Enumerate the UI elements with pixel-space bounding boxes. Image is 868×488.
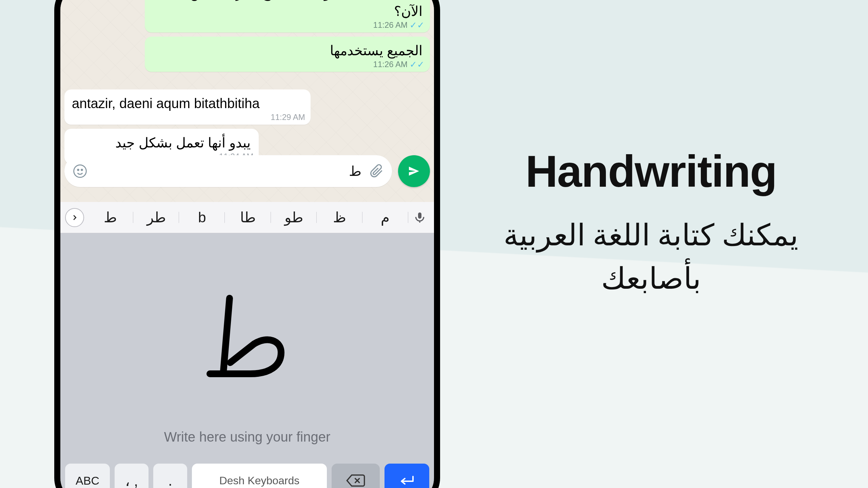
candidate[interactable]: طا [225,206,271,229]
send-button[interactable] [398,155,430,187]
message-input-value: ط [94,163,363,179]
handwriting-area[interactable]: Write here using your finger [60,233,434,458]
message-time: 11:29 AM [271,112,305,123]
message-time: 11:26 AM ✓✓ [373,59,425,70]
message-incoming: antazir, daeni aqum bitathbitiha 11:29 A… [64,89,311,125]
candidate[interactable]: b [179,206,225,229]
backspace-key[interactable] [332,464,380,488]
candidate[interactable]: طو [271,206,317,229]
compose-row: ط [64,155,430,187]
emoji-icon[interactable] [72,163,88,179]
svg-point-2 [81,169,83,171]
message-outgoing: الجميع يستخدمها 11:26 AM ✓✓ [145,37,430,72]
marketing-title: Handwriting [475,146,827,197]
read-ticks-icon: ✓✓ [410,21,425,29]
mic-icon[interactable] [410,211,429,224]
svg-point-1 [78,169,79,171]
handwriting-hint: Write here using your finger [164,429,331,445]
backspace-icon [346,474,365,487]
chat-background: هلا قمت بتثبيت لوحة المفاتيح العربية ديش… [60,0,434,203]
enter-icon [398,474,416,487]
message-text: هلا قمت بتثبيت لوحة المفاتيح العربية ديش… [163,0,422,19]
candidate[interactable]: ط [87,206,133,229]
message-time: 11:26 AM ✓✓ [373,20,425,30]
phone-frame: هلا قمت بتثبيت لوحة المفاتيح العربية ديش… [54,0,440,488]
candidate-bar: ط طر b طا طو ظ م [60,202,434,233]
message-text: يبدو أنها تعمل بشكل جيد [115,135,251,150]
message-outgoing: هلا قمت بتثبيت لوحة المفاتيح العربية ديش… [145,0,430,33]
candidate[interactable]: ظ [317,206,362,229]
expand-candidates-button[interactable] [65,208,84,227]
candidate[interactable]: طر [133,206,179,229]
handwritten-stroke [203,293,291,385]
page: هلا قمت بتثبيت لوحة المفاتيح العربية ديش… [0,0,868,488]
switch-abc-key[interactable]: ABC [65,464,110,488]
period-key[interactable]: . [153,464,187,488]
attach-icon[interactable] [368,163,384,179]
message-text: الجميع يستخدمها [330,43,422,58]
enter-key[interactable] [384,464,429,488]
svg-point-0 [74,165,86,178]
comma-key[interactable]: ، , [115,464,149,488]
keyboard-bottom-row: ABC ، , . Desh Keyboards [60,462,434,488]
message-input[interactable]: ط [64,155,392,187]
marketing-subtitle: يمكنك كتابة اللغة العربية بأصابعك [475,214,827,300]
marketing-panel: Handwriting يمكنك كتابة اللغة العربية بأ… [475,146,827,300]
spacebar-key[interactable]: Desh Keyboards [192,464,327,488]
read-ticks-icon: ✓✓ [410,60,425,69]
candidate[interactable]: م [362,206,408,229]
keyboard: ط طر b طا طو ظ م [60,202,434,488]
message-text: antazir, daeni aqum bitathbitiha [72,96,260,111]
